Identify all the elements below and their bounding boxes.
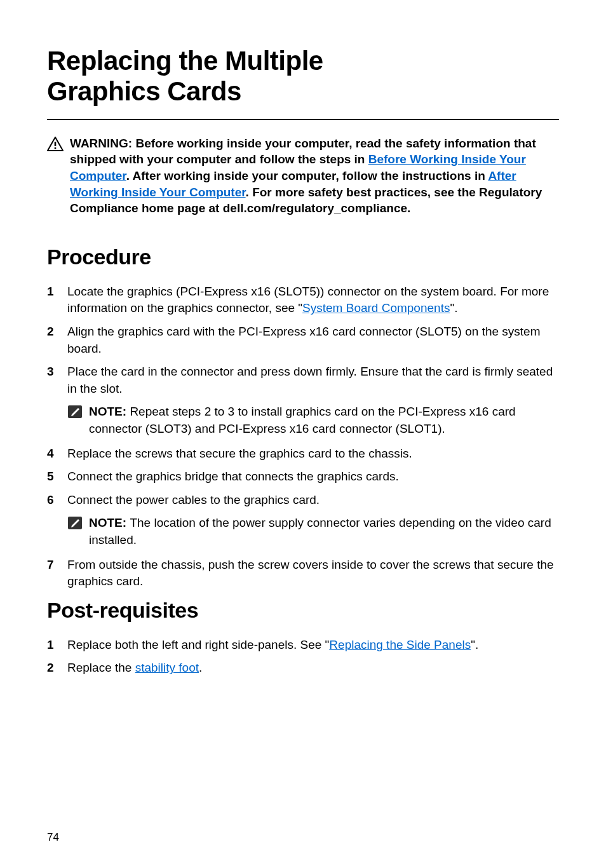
note-2-body: The location of the power supply connect… (89, 516, 551, 546)
note-1-body: Repeat steps 2 to 3 to install graphics … (89, 405, 516, 435)
warning-text: WARNING: Before working inside your comp… (70, 135, 559, 217)
page-title: Replacing the Multiple Graphics Cards (47, 46, 559, 107)
procedure-list: Locate the graphics (PCI-Express x16 (SL… (47, 283, 559, 590)
warning-block: WARNING: Before working inside your comp… (47, 135, 559, 217)
step-2-text: Align the graphics card with the PCI-Exp… (67, 323, 559, 357)
step-3-text: Place the card in the connector and pres… (67, 365, 553, 395)
step-7: From outside the chassis, push the screw… (47, 557, 559, 590)
post-2-text-a: Replace the (67, 661, 135, 674)
step-5: Connect the graphics bridge that connect… (47, 468, 559, 485)
step-4-text: Replace the screws that secure the graph… (67, 445, 559, 463)
step-1-text-b: ". (450, 301, 457, 315)
svg-rect-0 (55, 142, 57, 146)
note-2-text: NOTE: The location of the power supply c… (89, 515, 559, 548)
note-1: NOTE: Repeat steps 2 to 3 to install gra… (67, 403, 559, 437)
procedure-heading: Procedure (47, 245, 559, 269)
link-replacing-side-panels[interactable]: Replacing the Side Panels (329, 638, 471, 651)
post-1-text-b: ". (471, 638, 478, 651)
title-rule (47, 119, 559, 120)
note-2-label: NOTE: (89, 516, 130, 529)
note-1-text: NOTE: Repeat steps 2 to 3 to install gra… (89, 403, 559, 437)
post-requisites-heading: Post-requisites (47, 598, 559, 623)
post-2-text-b: . (199, 661, 202, 674)
post-step-2: Replace the stability foot. (47, 660, 559, 677)
post-step-1: Replace both the left and right side-pan… (47, 637, 559, 654)
post-1-text-a: Replace both the left and right side-pan… (67, 638, 329, 651)
warning-mid1: . After working inside your computer, fo… (126, 169, 488, 182)
link-system-board-components[interactable]: System Board Components (302, 301, 450, 315)
step-1: Locate the graphics (PCI-Express x16 (SL… (47, 283, 559, 317)
svg-rect-1 (55, 147, 57, 149)
note-1-label: NOTE: (89, 405, 130, 418)
note-pencil-icon (67, 405, 83, 424)
step-5-text: Connect the graphics bridge that connect… (67, 468, 559, 485)
post-requisites-list: Replace both the left and right side-pan… (47, 637, 559, 677)
title-line-1: Replacing the Multiple (47, 46, 323, 76)
link-stability-foot[interactable]: stability foot (135, 661, 199, 674)
note-2: NOTE: The location of the power supply c… (67, 515, 559, 548)
step-6-text: Connect the power cables to the graphics… (67, 493, 320, 506)
page-number: 74 (47, 831, 59, 844)
title-line-2: Graphics Cards (47, 76, 241, 106)
step-3: Place the card in the connector and pres… (47, 363, 559, 438)
step-2: Align the graphics card with the PCI-Exp… (47, 323, 559, 357)
step-4: Replace the screws that secure the graph… (47, 445, 559, 463)
note-pencil-icon (67, 516, 83, 535)
step-7-text: From outside the chassis, push the screw… (67, 557, 559, 590)
step-6: Connect the power cables to the graphics… (47, 492, 559, 550)
warning-triangle-icon (47, 137, 64, 154)
